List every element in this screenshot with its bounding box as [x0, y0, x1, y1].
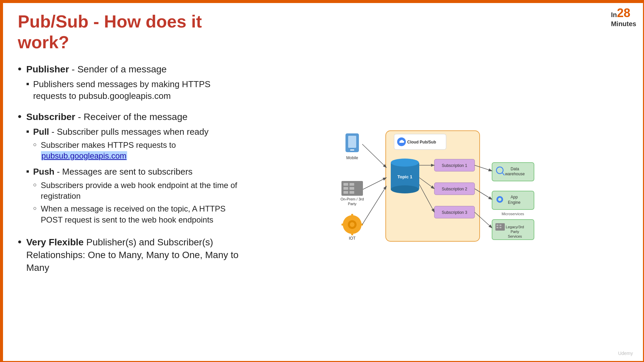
- architecture-diagram: Cloud Pub/Sub Topic 1 Subscription 1 Sub…: [329, 111, 564, 251]
- pubsub-link-pull[interactable]: pubsub.googleapis.com: [41, 151, 127, 160]
- datawarehouse-label-line1: Data: [511, 167, 519, 171]
- iot-tooth-3: [341, 224, 344, 226]
- pull-content: Pull - Subscriber pulls messages when re…: [33, 126, 246, 164]
- circle-bullet-push-2: ○: [33, 204, 37, 212]
- push-content: Push - Messages are sent to subscribers …: [33, 166, 246, 227]
- right-panel: Cloud Pub/Sub Topic 1 Subscription 1 Sub…: [256, 4, 636, 358]
- publisher-sub-item: ■ Publishers send messages by making HTT…: [26, 78, 246, 102]
- border-left: [1, 1, 3, 361]
- bullet-flexible: • Very Flexible Publisher(s) and Subscri…: [18, 236, 246, 274]
- legacy-icon-window-4: [499, 227, 501, 228]
- pull-https-text: Subscriber makes HTTPS requests to pubsu…: [41, 140, 246, 162]
- legacy-icon-window-3: [496, 227, 498, 228]
- border-top: [1, 1, 643, 3]
- microservices-label: Microservices: [501, 212, 524, 216]
- push-circle-item-1: ○ Subscribers provide a web hook endpoin…: [33, 180, 246, 202]
- server-window-2: [350, 183, 354, 186]
- pull-circle-list: ○ Subscriber makes HTTPS requests to pub…: [33, 140, 246, 162]
- legacy-label-line1: Legacy/3rd: [506, 225, 524, 229]
- left-panel: Pub/Sub - How does it work? • Publisher …: [8, 4, 256, 358]
- server-window-5: [343, 191, 348, 194]
- topic-cylinder-top: [391, 159, 419, 167]
- pull-circle-item: ○ Subscriber makes HTTPS requests to pub…: [33, 140, 246, 162]
- mobile-label: Mobile: [346, 156, 358, 160]
- iot-tooth-2: [351, 233, 353, 235]
- circle-bullet-pull: ○: [33, 140, 37, 148]
- push-webhook-text: Subscribers provide a web hook endpoint …: [41, 180, 246, 202]
- subscriber-sub-list: ■ Pull - Subscriber pulls messages when …: [26, 126, 246, 228]
- server-window-6: [350, 191, 354, 194]
- iot-tooth-1: [351, 214, 353, 217]
- pull-square-bullet: ■: [26, 128, 29, 135]
- topic-cylinder-bottom: [391, 185, 419, 193]
- subscription-1-label: Subscription 1: [442, 163, 467, 168]
- slide-title: Pub/Sub - How does it work?: [18, 11, 246, 53]
- subscriber-bold: Subscriber: [26, 112, 75, 122]
- push-item: ■ Push - Messages are sent to subscriber…: [26, 166, 246, 227]
- appengine-label-line2: Engine: [508, 200, 521, 205]
- square-bullet: ■: [26, 81, 29, 87]
- bullet-dot-flexible: •: [18, 236, 21, 248]
- push-post-text: When a message is received on the topic,…: [41, 203, 246, 225]
- arrow-mobile-topic: [362, 144, 386, 168]
- appengine-label-line1: App: [511, 195, 518, 199]
- publisher-text: Publisher - Sender of a message ■ Publis…: [26, 63, 246, 105]
- publisher-https-text: Publishers send messages by making HTTPS…: [33, 78, 246, 102]
- subscription-2-label: Subscription 2: [442, 187, 467, 191]
- pull-bold: Pull: [33, 127, 49, 137]
- bullet-subscriber: • Subscriber - Receiver of the message ■…: [18, 111, 246, 230]
- arrow-iot-topic: [362, 186, 386, 225]
- bullet-dot-subscriber: •: [18, 111, 21, 122]
- cloud-pubsub-label: Cloud Pub/Sub: [407, 140, 436, 144]
- server-label-1: On-Prem / 3rd: [340, 197, 364, 201]
- mobile-screen: [348, 136, 356, 148]
- pull-item: ■ Pull - Subscriber pulls messages when …: [26, 126, 246, 164]
- bullet-dot-publisher: •: [18, 63, 21, 75]
- iot-gear-center: [350, 222, 355, 227]
- legacy-label-line3: Services: [508, 234, 522, 238]
- subscription-3-label: Subscription 3: [442, 210, 467, 215]
- appengine-icon-inner: [498, 198, 501, 201]
- flexible-bold: Very Flexible: [26, 237, 84, 247]
- server-label-2: Party: [348, 202, 357, 206]
- server-window-4: [350, 187, 354, 190]
- publisher-bold: Publisher: [26, 64, 69, 74]
- publisher-sub-list: ■ Publishers send messages by making HTT…: [26, 78, 246, 102]
- topic-label: Topic 1: [397, 174, 413, 179]
- main-bullet-list: • Publisher - Sender of a message ■ Publ…: [18, 63, 246, 274]
- bullet-publisher: • Publisher - Sender of a message ■ Publ…: [18, 63, 246, 105]
- datawarehouse-label-line2: warehouse: [505, 172, 525, 176]
- push-circle-list: ○ Subscribers provide a web hook endpoin…: [33, 180, 246, 226]
- push-circle-item-2: ○ When a message is received on the topi…: [33, 203, 246, 225]
- push-bold: Push: [33, 167, 55, 177]
- server-window-1: [343, 183, 348, 186]
- flexible-text: Very Flexible Publisher(s) and Subscribe…: [26, 236, 246, 274]
- arrow-server-topic: [363, 178, 386, 189]
- subscriber-text: Subscriber - Receiver of the message ■ P…: [26, 111, 246, 230]
- circle-bullet-push-1: ○: [33, 181, 37, 189]
- push-square-bullet: ■: [26, 168, 29, 175]
- server-window-3: [343, 187, 348, 190]
- mobile-button: [350, 149, 354, 150]
- legacy-icon-window-2: [499, 225, 501, 226]
- legacy-label-line2: Party: [511, 230, 519, 234]
- watermark: Udemy: [618, 351, 633, 356]
- legacy-icon-window-1: [496, 225, 498, 226]
- iot-label: IOT: [349, 236, 356, 241]
